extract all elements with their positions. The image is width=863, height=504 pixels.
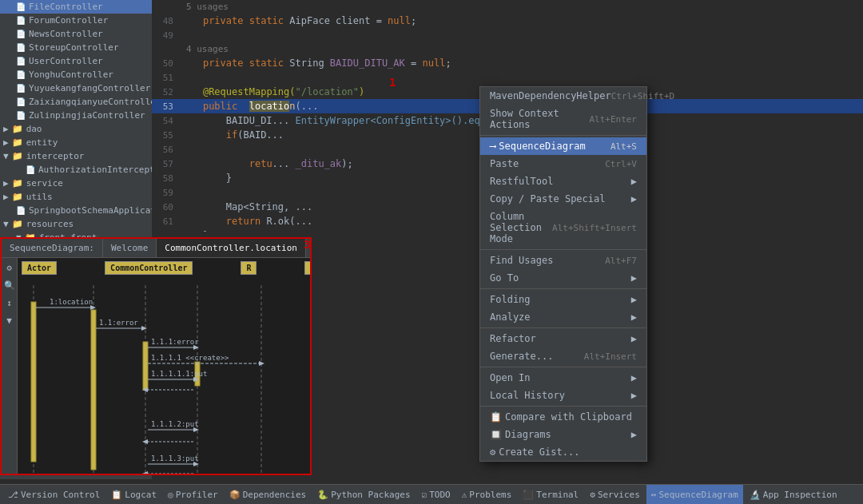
- svg-rect-6: [91, 310, 96, 470]
- seq-svg: 1:location 1.1:error 1.1.1:error 1.1.1.1…: [18, 258, 310, 474]
- menu-item-create-gist[interactable]: ⚙ Create Gist...: [480, 443, 646, 461]
- status-services[interactable]: ⚙ Services: [585, 485, 645, 504]
- menu-item-find-usages[interactable]: Find Usages Alt+F7: [480, 252, 646, 269]
- terminal-icon: ⬛: [523, 490, 534, 500]
- status-version-control[interactable]: ⎇ Version Control: [3, 485, 105, 504]
- annotation-3: 3: [304, 238, 310, 251]
- sidebar-item-utils[interactable]: ▶ 📁 utils: [0, 190, 152, 204]
- annotation-1: 1: [389, 76, 396, 89]
- clipboard-icon: 📋: [490, 411, 502, 423]
- chevron-right-icon: ▶: [3, 192, 9, 202]
- todo-icon: ☑: [422, 490, 428, 500]
- seq-content: Actor CommonController R BaiduUtil HttpC…: [18, 258, 310, 474]
- sequence-diagram-icon: ⟶: [490, 141, 495, 152]
- sidebar-item-yonghucontroller[interactable]: 📄 YonghuController: [0, 68, 152, 81]
- file-icon: 📄: [16, 111, 26, 120]
- sidebar-item-entity[interactable]: ▶ 📁 entity: [0, 136, 152, 149]
- toolbar-settings-btn[interactable]: ⚙: [3, 261, 16, 274]
- sidebar-item-storeupcontroller[interactable]: 📄 StoreupController: [0, 41, 152, 54]
- diagram-icon: 🔲: [490, 429, 502, 440]
- status-problems[interactable]: ⚠ Problems: [457, 485, 517, 504]
- menu-item-refactor[interactable]: Refactor ▶: [480, 330, 646, 347]
- sidebar-item-service[interactable]: ▶ 📁 service: [0, 177, 152, 190]
- toolbar-filter-btn[interactable]: ▼: [3, 314, 16, 327]
- seq-icon: ↔: [651, 490, 657, 500]
- menu-item-folding[interactable]: Folding ▶: [480, 291, 646, 308]
- chevron-right-icon: ▶: [3, 124, 9, 134]
- menu-item-generate[interactable]: Generate... Alt+Insert: [480, 347, 646, 365]
- status-logcat[interactable]: 📋 Logcat: [106, 485, 161, 504]
- usage-hint-5: 5 usages: [152, 0, 863, 14]
- sidebar-item-yuyuekangfang[interactable]: 📄 YuyuekangfangController: [0, 81, 152, 95]
- menu-sep-3: [480, 288, 646, 289]
- status-profiler[interactable]: ◎ Profiler: [163, 485, 223, 504]
- chevron-right-icon: ▶: [3, 178, 9, 189]
- menu-item-sequence-diagram[interactable]: ⟶ SequenceDiagram Alt+S: [480, 137, 646, 155]
- sequence-diagram-panel: SequenceDiagram: Welcome CommonControlle…: [0, 237, 312, 475]
- file-icon: 📄: [16, 16, 26, 25]
- menu-item-local-history[interactable]: Local History ▶: [480, 387, 646, 404]
- sidebar-item-authinterceptor[interactable]: 📄 AuthorizationInterceptor: [0, 163, 152, 177]
- log-icon: 📋: [111, 490, 122, 500]
- submenu-arrow: ▶: [631, 272, 637, 284]
- menu-item-diagrams[interactable]: 🔲 Diagrams ▶: [480, 426, 646, 443]
- toolbar-expand-btn[interactable]: ↕: [3, 296, 16, 309]
- status-todo[interactable]: ☑ TODO: [417, 485, 455, 504]
- svg-rect-5: [31, 302, 36, 462]
- folder-icon: 📁: [12, 124, 23, 134]
- menu-sep-2: [480, 249, 646, 250]
- status-python-packages[interactable]: 🐍 Python Packages: [312, 485, 415, 504]
- menu-item-paste[interactable]: Paste Ctrl+V: [480, 155, 646, 173]
- code-line-49: 49: [152, 28, 863, 42]
- menu-sep-1: [480, 135, 646, 136]
- menu-item-open-in[interactable]: Open In ▶: [480, 369, 646, 387]
- submenu-arrow: ▶: [631, 372, 637, 383]
- status-app-inspection[interactable]: 🔬 App Inspection: [745, 485, 842, 504]
- submenu-arrow: ▶: [631, 333, 637, 344]
- menu-item-compare-clipboard[interactable]: 📋 Compare with Clipboard: [480, 408, 646, 426]
- folder-icon: 📁: [12, 178, 23, 189]
- seq-tab-location[interactable]: CommonController.location: [157, 239, 306, 257]
- svg-rect-7: [143, 342, 148, 390]
- sidebar-item-forumcontroller[interactable]: 📄 ForumController: [0, 14, 152, 27]
- svg-text:1.1.1:error: 1.1.1:error: [151, 338, 199, 346]
- menu-sep-4: [480, 327, 646, 328]
- status-sequence-diagram[interactable]: ↔ SequenceDiagram: [646, 485, 743, 504]
- code-line-50: 50 private static String BAIDU_DITU_AK =…: [152, 56, 863, 70]
- sidebar-item-springboot-app[interactable]: 📄 SpringbootSchemaApplication: [0, 204, 152, 217]
- sidebar-item-zulinpingjia[interactable]: 📄 ZulinpingjiaController: [0, 109, 152, 122]
- menu-item-maven[interactable]: MavenDependencyHelper Ctrl+Shift+D: [480, 87, 646, 105]
- sidebar-item-dao[interactable]: ▶ 📁 dao: [0, 122, 152, 136]
- status-dependencies[interactable]: 📦 Dependencies: [225, 485, 311, 504]
- toolbar-search-btn[interactable]: 🔍: [3, 279, 16, 292]
- folder-icon: 📁: [12, 151, 23, 161]
- sidebar-item-zaixiangqianyue[interactable]: 📄 ZaixiangqianyueController: [0, 95, 152, 109]
- svg-text:1.1.1.2:put: 1.1.1.2:put: [151, 420, 199, 428]
- menu-item-analyze[interactable]: Analyze ▶: [480, 308, 646, 326]
- menu-item-restful-tool[interactable]: RestfulTool ▶: [480, 173, 646, 190]
- file-icon: 📄: [16, 43, 26, 52]
- file-icon: 📄: [16, 2, 26, 11]
- file-icon: 📄: [16, 57, 26, 65]
- menu-item-copy-paste-special[interactable]: Copy / Paste Special ▶: [480, 190, 646, 208]
- menu-item-show-context[interactable]: Show Context Actions Alt+Enter: [480, 105, 646, 133]
- menu-item-column-selection[interactable]: Column Selection Mode Alt+Shift+Insert: [480, 208, 646, 248]
- menu-item-goto[interactable]: Go To ▶: [480, 269, 646, 287]
- context-menu: MavenDependencyHelper Ctrl+Shift+D Show …: [479, 86, 647, 462]
- status-terminal[interactable]: ⬛ Terminal: [518, 485, 583, 504]
- services-icon: ⚙: [590, 490, 595, 500]
- seq-tab-welcome[interactable]: Welcome: [103, 239, 157, 257]
- sidebar-item-newscontroller[interactable]: 📄 NewsController: [0, 27, 152, 41]
- python-icon: 🐍: [317, 490, 328, 500]
- submenu-arrow: ▶: [631, 429, 637, 440]
- git-icon: ⎇: [8, 490, 18, 500]
- sidebar-item-filecontroller[interactable]: 📄 FileController: [0, 0, 152, 14]
- seq-tab-label[interactable]: SequenceDiagram:: [2, 239, 103, 257]
- chevron-right-icon: ▶: [3, 137, 9, 148]
- svg-text:1:location: 1:location: [50, 298, 93, 306]
- sidebar-item-usercontroller[interactable]: 📄 UserController: [0, 54, 152, 68]
- svg-text:1.1.1.1 <<create>>: 1.1.1.1 <<create>>: [151, 354, 229, 362]
- sidebar-item-interceptor[interactable]: ▼ 📁 interceptor: [0, 149, 152, 163]
- chevron-down-icon: ▼: [3, 151, 9, 161]
- sidebar-item-resources[interactable]: ▼ 📁 resources: [0, 217, 152, 231]
